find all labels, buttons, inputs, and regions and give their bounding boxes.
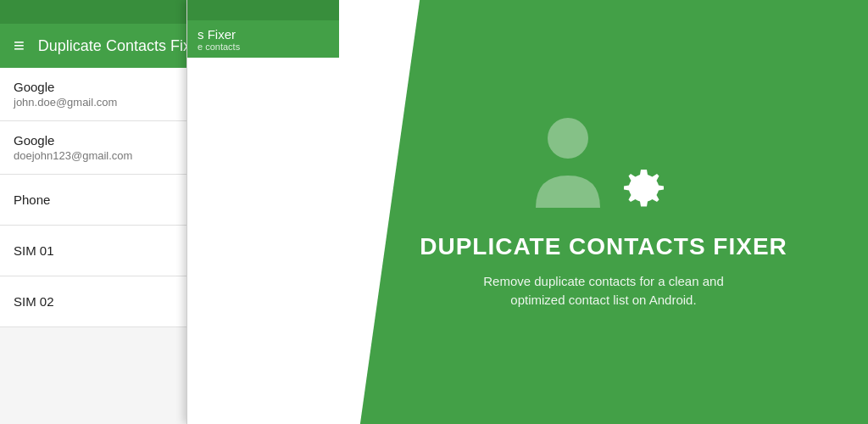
- phone-screen-2: 12:30 s Fixer e contacts: [186, 0, 339, 424]
- gear-settings-icon: [616, 161, 671, 216]
- person-icon: [536, 114, 620, 208]
- app-bar-2: s Fixer e contacts: [187, 20, 339, 58]
- app-icon-group: [536, 114, 671, 216]
- phone-screen-1: 12:30 ≡ Duplicate Contacts Fixer ↻ Googl…: [0, 0, 339, 424]
- promo-content: DUPLICATE CONTACTS FIXER Remove duplicat…: [420, 114, 787, 310]
- promo-section: DUPLICATE CONTACTS FIXER Remove duplicat…: [339, 0, 868, 424]
- second-body: [187, 58, 339, 85]
- svg-point-12: [548, 118, 588, 159]
- promo-description: Remove duplicate contacts for a clean an…: [459, 272, 748, 310]
- second-app-subtitle: e contacts: [198, 42, 240, 52]
- promo-title: DUPLICATE CONTACTS FIXER: [420, 233, 787, 260]
- second-app-title: s Fixer: [198, 27, 240, 42]
- menu-icon[interactable]: ≡: [14, 35, 25, 57]
- status-bar-2: 12:30: [187, 0, 339, 20]
